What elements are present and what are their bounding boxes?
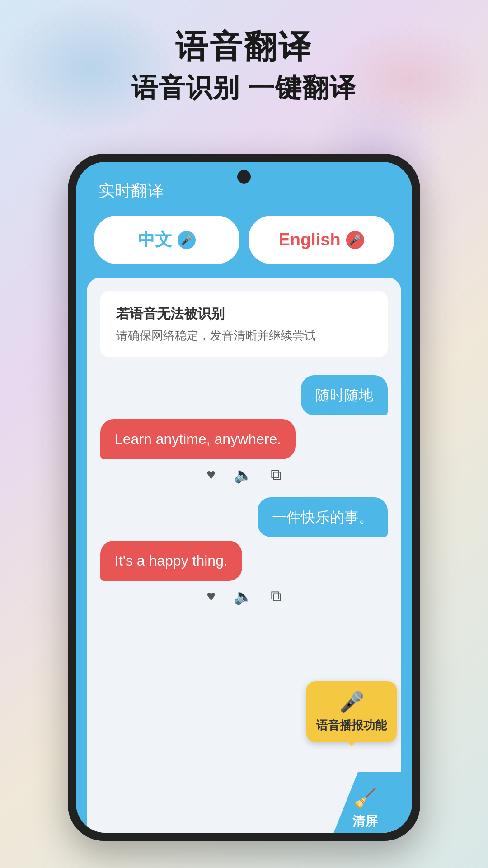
phone-frame: 实时翻译 中文 🎤 English 🎤 若语音无法被识别 请确保网络稳定，发音清… xyxy=(68,154,420,841)
lang-button-english[interactable]: English 🎤 xyxy=(249,216,394,264)
screen-topbar: 实时翻译 xyxy=(76,162,412,211)
english-label: English xyxy=(278,230,340,250)
bubble-left-2: It's a happy thing. xyxy=(100,541,388,581)
bubble-right-1: 随时随地 xyxy=(100,375,388,415)
action-row-1: ♥ 🔈 ⧉ xyxy=(100,466,388,484)
main-title: 语音翻译 xyxy=(0,27,488,66)
phone-screen: 实时翻译 中文 🎤 English 🎤 若语音无法被识别 请确保网络稳定，发音清… xyxy=(76,162,412,833)
action-row-2: ♥ 🔈 ⧉ xyxy=(100,587,388,605)
tooltip-mic-icon: 🎤 xyxy=(339,690,364,714)
chinese-bubble-2: 一件快乐的事。 xyxy=(258,497,388,538)
lang-button-chinese[interactable]: 中文 🎤 xyxy=(94,216,239,264)
bubble-right-2: 一件快乐的事。 xyxy=(100,497,388,538)
english-bubble-2: It's a happy thing. xyxy=(100,541,242,581)
chat-area: 随时随地 🎤 语音播报功能 Learn anytime, anywhere. xyxy=(100,371,388,623)
sub-title: 语音识别 一键翻译 xyxy=(0,71,488,104)
volume-icon-1[interactable]: 🔈 xyxy=(234,466,253,484)
english-bubble-1: Learn anytime, anywhere. xyxy=(100,419,296,459)
info-desc: 请确保网络稳定，发音清晰并继续尝试 xyxy=(116,328,372,344)
heart-icon-1[interactable]: ♥ xyxy=(206,466,216,484)
phone-wrapper: 实时翻译 中文 🎤 English 🎤 若语音无法被识别 请确保网络稳定，发音清… xyxy=(68,154,420,841)
language-selector: 中文 🎤 English 🎤 xyxy=(76,211,412,278)
copy-icon-1[interactable]: ⧉ xyxy=(271,466,282,484)
message-group-1: 随时随地 🎤 语音播报功能 Learn anytime, anywhere. xyxy=(100,375,388,484)
clear-button[interactable]: 🧹 清屏 xyxy=(329,772,401,833)
tooltip-text: 语音播报功能 xyxy=(316,717,387,733)
copy-icon-2[interactable]: ⧉ xyxy=(271,587,282,605)
info-title: 若语音无法被识别 xyxy=(116,305,372,323)
heart-icon-2[interactable]: ♥ xyxy=(206,587,216,605)
chinese-bubble-1: 随时随地 xyxy=(301,375,388,415)
message-group-2: 一件快乐的事。 It's a happy thing. ♥ 🔈 ⧉ xyxy=(100,497,388,606)
broom-icon: 🧹 xyxy=(353,787,377,809)
chinese-mic-icon: 🎤 xyxy=(178,231,196,249)
bubble-left-1: Learn anytime, anywhere. xyxy=(100,419,388,459)
content-area: 若语音无法被识别 请确保网络稳定，发音清晰并继续尝试 随时随地 🎤 xyxy=(87,278,401,833)
voice-broadcast-tooltip: 🎤 语音播报功能 xyxy=(306,681,397,742)
info-box: 若语音无法被识别 请确保网络稳定，发音清晰并继续尝试 xyxy=(100,291,388,357)
english-mic-icon: 🎤 xyxy=(346,231,364,249)
header-section: 语音翻译 语音识别 一键翻译 xyxy=(0,27,488,105)
chinese-label: 中文 xyxy=(138,228,172,251)
clear-label: 清屏 xyxy=(352,813,378,830)
camera-hole xyxy=(237,170,251,184)
volume-icon-2[interactable]: 🔈 xyxy=(234,587,253,605)
